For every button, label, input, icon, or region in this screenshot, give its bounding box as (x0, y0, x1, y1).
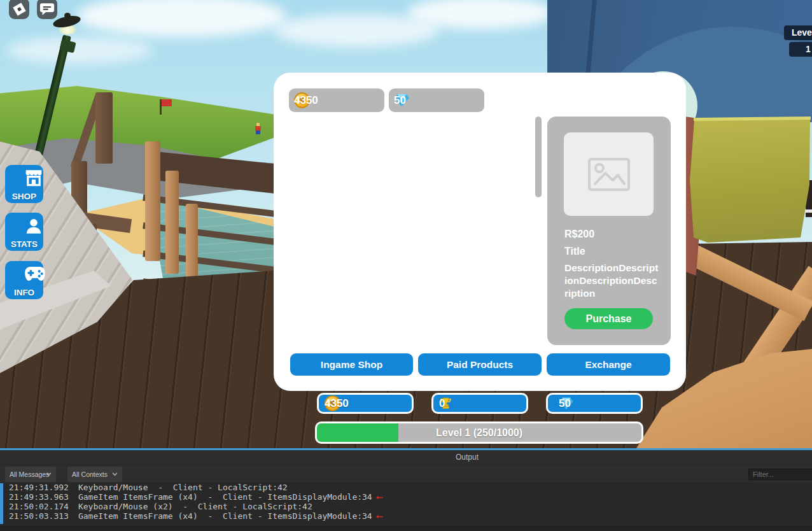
hud-coins-value: 4350 (325, 397, 349, 410)
hud-gems-display: 50 (546, 393, 643, 414)
sidebar-item-info[interactable]: INFO (5, 261, 43, 299)
log-line[interactable]: 21:50:03.313GameItem ItemsFrame (x4) - C… (9, 511, 798, 521)
scene-dock-post (165, 171, 179, 274)
log-line[interactable]: 21:49:31.992Keyboard/Mouse - Client - Lo… (9, 483, 798, 492)
item-price: R$200 (564, 229, 594, 240)
leaderboard-header-label: Level (792, 25, 812, 40)
shop-item-card: R$200 Title DescriptionDescriptionDescri… (547, 117, 671, 345)
tab-exchange[interactable]: Exchange (547, 353, 670, 376)
level-progress-bar: Level 1 (250/1000) (315, 421, 643, 444)
hud-gems-value: 50 (559, 397, 571, 410)
tab-ingame-shop[interactable]: Ingame Shop (290, 353, 413, 376)
scene-olive-cushion (689, 117, 812, 244)
hud-trophies-display: 0 (431, 393, 528, 414)
scene-notch-line (806, 209, 812, 213)
tab-paid-products[interactable]: Paid Products (418, 353, 542, 376)
scene-cloud (6, 37, 153, 64)
hud-coins-display: 4350 (317, 393, 414, 414)
wallet-gems-display: 50 (389, 88, 484, 112)
sidebar-item-shop[interactable]: SHOP (5, 165, 43, 203)
log-line[interactable]: 21:50:02.174Keyboard/Mouse (x2) - Client… (9, 502, 798, 511)
sidebar-item-label: STATS (5, 239, 43, 249)
chat-bubble-icon (39, 2, 55, 17)
roblox-logo-icon (13, 3, 25, 15)
message-filter-dropdown[interactable]: All Messages (5, 467, 56, 482)
scene-stair-rail-post (95, 92, 113, 164)
output-log-area: 21:49:31.992Keyboard/Mouse - Client - Lo… (0, 483, 812, 526)
item-description: DescriptionDescriptionDescriptionDescrip… (564, 262, 661, 300)
sidebar-item-stats[interactable]: STATS (5, 213, 43, 251)
context-filter-dropdown[interactable]: All Contexts (67, 467, 122, 482)
output-toolbar: All Messages All Contexts (0, 464, 812, 483)
level-progress-label: Level 1 (250/1000) (317, 423, 641, 442)
log-marker-arrow-icon: ← (376, 511, 384, 521)
log-marker-arrow-icon: ← (376, 492, 384, 502)
scene-distant-character (256, 131, 260, 134)
image-placeholder-icon (588, 158, 630, 191)
scene-lamp-knob (64, 13, 71, 18)
roblox-menu-button[interactable] (9, 0, 29, 19)
sidebar-item-label: SHOP (5, 192, 43, 201)
item-image-placeholder (564, 132, 654, 216)
message-filter-label: All Messages (10, 471, 49, 478)
wallet-gems-value: 50 (394, 94, 406, 107)
leaderboard-header: Level (784, 25, 812, 40)
output-panel-title: Output (456, 453, 479, 462)
roblox-studio-playtest: Level 1 SHOP (0, 0, 812, 531)
output-filter-input[interactable] (748, 469, 812, 480)
purchase-button[interactable]: Purchase (564, 308, 653, 329)
items-scrollbar[interactable] (535, 117, 542, 197)
wallet-coins-value: 4350 (294, 94, 318, 107)
scene-dock-post (145, 141, 160, 261)
item-title: Title (564, 246, 585, 257)
shop-modal: 4350 50 (274, 73, 686, 391)
scene-red-flag (162, 99, 172, 106)
chat-toggle-button[interactable] (37, 0, 57, 19)
output-panel: Output All Messages All Contexts 21:49:3… (0, 450, 812, 531)
wallet-coins-display: 4350 (289, 88, 384, 112)
sidebar-item-label: INFO (5, 288, 43, 297)
log-selection-stripe (0, 483, 3, 524)
game-viewport[interactable]: Level 1 SHOP (0, 0, 812, 448)
output-panel-footer (0, 526, 812, 531)
leaderboard-row: 1 (789, 42, 812, 57)
scene-distant-character (255, 126, 261, 131)
log-line[interactable]: 21:49:33.963GameItem ItemsFrame (x4) - C… (9, 492, 798, 502)
hud-trophies-value: 0 (439, 397, 445, 410)
leaderboard-row-value: 1 (806, 42, 811, 57)
chevron-down-icon (112, 472, 118, 476)
context-filter-label: All Contexts (72, 471, 108, 478)
